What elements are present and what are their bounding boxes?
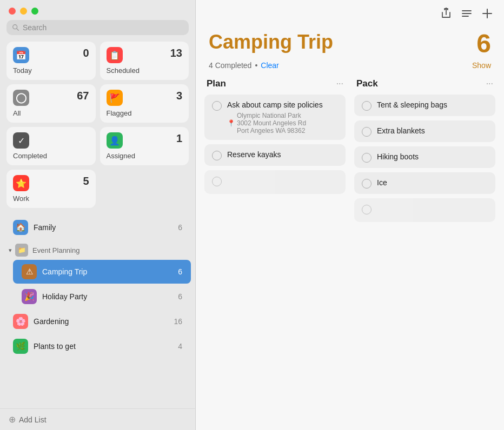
- smart-card-scheduled[interactable]: 📋 13 Scheduled: [100, 42, 189, 80]
- work-label: Work: [13, 194, 89, 203]
- task-text-5: Extra blankets: [377, 126, 425, 137]
- close-button[interactable]: [9, 8, 16, 15]
- smart-card-flagged[interactable]: 🚩 3 Flagged: [100, 84, 189, 123]
- flagged-label: Flagged: [107, 109, 183, 117]
- family-label: Family: [34, 223, 178, 232]
- smart-card-today[interactable]: 📅 0 Today: [6, 42, 96, 80]
- sidebar-item-camping-trip[interactable]: ⚠ Camping Trip 6: [13, 260, 191, 284]
- task-extra-blankets[interactable]: Extra blankets: [354, 120, 495, 142]
- completed-text: 4 Completed: [209, 61, 251, 70]
- all-icon: ◯: [13, 90, 29, 106]
- search-bar[interactable]: Search: [6, 20, 189, 35]
- task-columns: Plan ··· Ask about camp site policies 📍 …: [196, 78, 504, 430]
- task-checkbox-3[interactable]: [212, 177, 222, 186]
- holiday-party-count: 6: [178, 292, 182, 301]
- task-empty-2[interactable]: [354, 198, 495, 222]
- task-text-2: Reserve kayaks: [227, 150, 281, 160]
- smart-card-work[interactable]: ⭐ 5 Work: [6, 170, 96, 208]
- plants-icon: 🌿: [13, 339, 28, 354]
- group-event-planning[interactable]: ▾ 📁 Event Planning: [0, 240, 195, 259]
- main-header: Camping Trip 6: [196, 26, 504, 61]
- task-text-6: Hiking boots: [377, 152, 419, 163]
- page-title: Camping Trip: [209, 31, 333, 53]
- sidebar-item-gardening[interactable]: 🌸 Gardening 16: [4, 310, 191, 333]
- search-icon: [12, 24, 19, 31]
- chevron-down-icon: ▾: [9, 247, 12, 254]
- task-checkbox-5[interactable]: [362, 127, 372, 137]
- task-ice[interactable]: Ice: [354, 172, 495, 194]
- event-planning-label: Event Planning: [32, 246, 79, 254]
- location-pin-icon: 📍: [227, 119, 235, 127]
- location-address-1: Olympic National Park3002 Mount Angeles …: [237, 112, 306, 135]
- list-section: 🏠 Family 6 ▾ 📁 Event Planning ⚠ Camping …: [0, 212, 195, 408]
- flagged-count: 3: [176, 90, 182, 102]
- task-checkbox-2[interactable]: [212, 151, 222, 160]
- smart-card-completed[interactable]: ✓ Completed: [6, 127, 96, 165]
- share-button[interactable]: [440, 8, 452, 22]
- task-hiking-boots[interactable]: Hiking boots: [354, 146, 495, 168]
- sidebar-item-holiday-party[interactable]: 🎉 Holiday Party 6: [13, 285, 191, 308]
- search-placeholder: Search: [23, 23, 47, 32]
- camping-trip-label: Camping Trip: [42, 267, 178, 276]
- family-icon: 🏠: [13, 220, 28, 235]
- list-view-button[interactable]: [461, 8, 473, 22]
- scheduled-count: 13: [170, 47, 182, 59]
- task-checkbox-6[interactable]: [362, 153, 372, 163]
- pack-column-header: Pack ···: [354, 78, 495, 89]
- plants-count: 4: [178, 342, 182, 351]
- camping-trip-count: 6: [178, 267, 182, 276]
- task-checkbox-8[interactable]: [362, 205, 372, 214]
- plan-column-title: Plan: [207, 78, 226, 89]
- plants-label: Plants to get: [34, 342, 178, 351]
- gardening-label: Gardening: [34, 317, 174, 326]
- clear-button[interactable]: Clear: [261, 61, 278, 70]
- plan-more-button[interactable]: ···: [336, 79, 343, 89]
- smart-card-assigned[interactable]: 👤 1 Assigned: [100, 127, 189, 165]
- sidebar-item-plants-to-get[interactable]: 🌿 Plants to get 4: [4, 334, 191, 358]
- completion-row: 4 Completed • Clear Show: [196, 61, 504, 78]
- camping-trip-icon: ⚠: [22, 264, 37, 279]
- task-count: 6: [476, 31, 491, 57]
- task-tent-sleeping-bags[interactable]: Tent & sleeping bags: [354, 95, 495, 116]
- main-toolbar: [196, 0, 504, 26]
- show-button[interactable]: Show: [472, 61, 491, 70]
- svg-line-1: [17, 29, 19, 31]
- pack-more-button[interactable]: ···: [486, 79, 493, 89]
- smart-card-all[interactable]: ◯ 67 All: [6, 84, 96, 123]
- separator: •: [255, 61, 257, 70]
- plan-column-header: Plan ···: [204, 78, 346, 89]
- family-count: 6: [178, 223, 182, 232]
- today-count: 0: [83, 47, 89, 59]
- today-icon: 📅: [13, 47, 29, 63]
- task-checkbox-1[interactable]: [212, 101, 222, 111]
- task-empty-1[interactable]: [204, 170, 346, 194]
- completed-icon: ✓: [13, 132, 29, 149]
- plan-column: Plan ··· Ask about camp site policies 📍 …: [204, 78, 346, 430]
- pack-column: Pack ··· Tent & sleeping bags Extra blan…: [354, 78, 495, 430]
- task-text-1: Ask about camp site policies: [227, 100, 323, 111]
- scheduled-icon: 📋: [107, 47, 123, 63]
- task-location-1: 📍 Olympic National Park3002 Mount Angele…: [227, 112, 323, 135]
- assigned-label: Assigned: [107, 152, 183, 160]
- maximize-button[interactable]: [31, 8, 38, 15]
- flagged-icon: 🚩: [107, 90, 123, 106]
- event-planning-icon: 📁: [15, 244, 28, 257]
- titlebar: [0, 0, 195, 20]
- holiday-party-icon: 🎉: [22, 289, 37, 304]
- task-reserve-kayaks[interactable]: Reserve kayaks: [204, 144, 346, 166]
- task-checkbox-7[interactable]: [362, 179, 372, 189]
- main-content: Camping Trip 6 4 Completed • Clear Show …: [196, 0, 504, 430]
- add-task-button[interactable]: [481, 8, 493, 22]
- task-checkbox-4[interactable]: [362, 101, 372, 111]
- gardening-icon: 🌸: [13, 314, 28, 329]
- smart-lists: 📅 0 Today 📋 13 Scheduled ◯ 67 All 🚩: [0, 42, 195, 170]
- assigned-icon: 👤: [107, 132, 123, 149]
- task-ask-camp-site[interactable]: Ask about camp site policies 📍 Olympic N…: [204, 95, 346, 140]
- sidebar-item-family[interactable]: 🏠 Family 6: [4, 216, 191, 239]
- task-text-7: Ice: [377, 178, 387, 189]
- scheduled-label: Scheduled: [107, 66, 183, 75]
- minimize-button[interactable]: [20, 8, 27, 15]
- work-count: 5: [83, 175, 89, 187]
- add-list-button[interactable]: ⊕ Add List: [0, 408, 195, 430]
- add-list-label: Add List: [19, 415, 47, 424]
